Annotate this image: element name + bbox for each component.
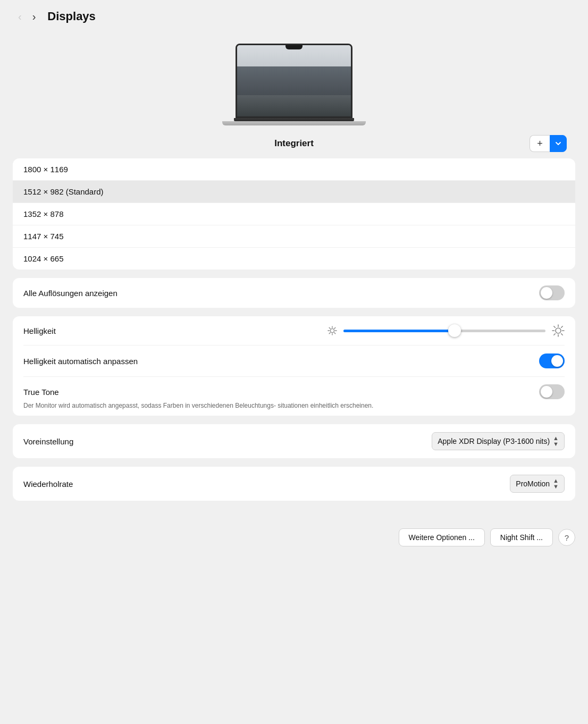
auto-brightness-label: Helligkeit automatisch anpassen [23,357,138,366]
slider-fill [343,330,455,332]
true-tone-section: True Tone Der Monitor wird automatisch a… [23,377,565,416]
resolution-list: 1800 × 1169 1512 × 982 (Standard) 1352 ×… [13,158,575,270]
voreinstellung-label: Voreinstellung [23,437,73,446]
svg-line-14 [554,326,556,328]
true-tone-header: True Tone [23,384,565,399]
list-item[interactable]: 1800 × 1169 [13,158,575,181]
voreinstellung-value: Apple XDR Display (P3-1600 nits) [438,437,550,445]
bottom-bar: Weitere Optionen ... Night Shift ... ? [0,522,588,559]
svg-line-8 [329,333,330,334]
header: ‹ › Displays [0,0,588,31]
true-tone-title: True Tone [23,388,59,397]
svg-point-9 [556,328,561,333]
svg-line-17 [554,334,556,335]
wiederholrate-card: Wiederholrate ProMotion ▲ ▼ [13,467,575,501]
screen-content [237,45,351,116]
display-dropdown-button[interactable] [550,135,567,152]
brightness-row: Helligkeit [23,316,565,346]
svg-line-7 [334,327,335,329]
list-item[interactable]: 1352 × 878 [13,203,575,225]
night-shift-button[interactable]: Night Shift ... [490,528,553,546]
stepper-icon: ▲ ▼ [553,435,559,447]
voreinstellung-select[interactable]: Apple XDR Display (P3-1600 nits) ▲ ▼ [432,432,565,450]
display-controls: + [530,135,567,152]
voreinstellung-row: Voreinstellung Apple XDR Display (P3-160… [23,424,565,458]
toggle-knob [551,355,563,367]
svg-point-0 [330,329,334,332]
display-label-row: Integriert + [21,138,567,149]
list-item[interactable]: 1024 × 665 [13,248,575,270]
svg-line-6 [334,333,335,334]
wiederholrate-label: Wiederholrate [23,479,73,489]
page-title: Displays [47,10,96,23]
resolution-card: 1800 × 1169 1512 × 982 (Standard) 1352 ×… [13,158,575,270]
show-all-label: Alle Auflösungen anzeigen [23,289,117,298]
beach-water [237,66,351,95]
true-tone-description: Der Monitor wird automatisch angepasst, … [23,401,396,410]
add-display-button[interactable]: + [530,135,550,152]
weitere-optionen-button[interactable]: Weitere Optionen ... [399,528,485,546]
toggle-knob [541,287,552,299]
toggle-knob [541,386,552,398]
wiederholrate-select[interactable]: ProMotion ▲ ▼ [510,475,565,493]
macbook-notch [285,45,303,49]
sun-large-icon [552,324,565,337]
chevron-down-icon [555,140,561,147]
show-all-resolutions-row: Alle Auflösungen anzeigen [13,278,575,308]
forward-button[interactable]: › [29,10,39,23]
svg-line-15 [561,334,563,335]
macbook-illustration [222,44,366,125]
list-item[interactable]: 1512 × 982 (Standard) [13,181,575,203]
beach-sand [237,95,351,116]
brightness-label: Helligkeit [23,326,56,335]
macbook-screen [236,44,352,118]
auto-brightness-toggle[interactable] [539,353,565,368]
display-section: Integriert + [0,31,588,158]
list-item[interactable]: 1147 × 745 [13,225,575,248]
auto-brightness-row: Helligkeit automatisch anpassen [23,346,565,377]
display-settings-card: Helligkeit [13,316,575,416]
back-button[interactable]: ‹ [15,10,25,23]
slider-thumb[interactable] [448,324,461,337]
wiederholrate-row: Wiederholrate ProMotion ▲ ▼ [23,467,565,501]
display-label: Integriert [274,138,314,149]
svg-line-16 [561,326,563,328]
stepper-icon: ▲ ▼ [553,478,559,490]
sun-small-icon [327,326,337,335]
show-all-toggle[interactable] [539,285,565,300]
voreinstellung-card: Voreinstellung Apple XDR Display (P3-160… [13,424,575,458]
svg-line-5 [329,327,330,329]
help-button[interactable]: ? [558,529,575,546]
true-tone-toggle[interactable] [539,384,565,399]
wiederholrate-value: ProMotion [516,479,550,488]
main-content: 1800 × 1169 1512 × 982 (Standard) 1352 ×… [0,158,588,522]
brightness-controls [327,324,565,337]
macbook-base [222,121,366,125]
brightness-slider[interactable] [343,330,545,332]
